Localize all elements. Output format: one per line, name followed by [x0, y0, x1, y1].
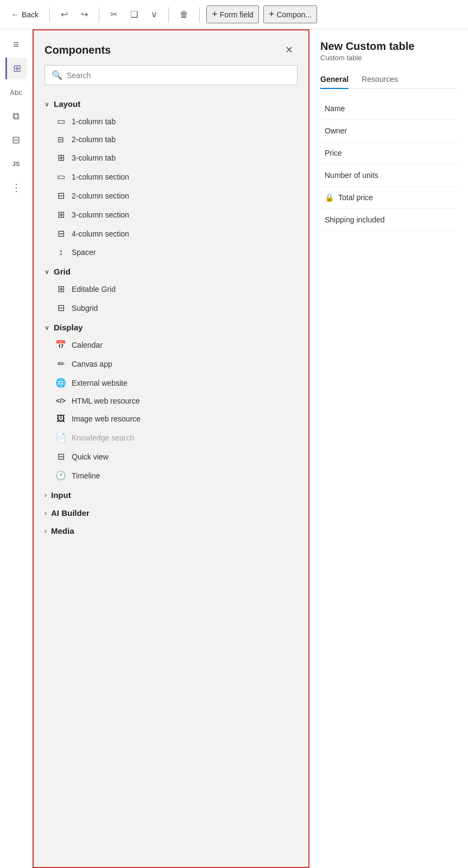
- dropdown-button[interactable]: ∨: [147, 7, 162, 22]
- two-column-section-label: 2-column section: [72, 192, 129, 200]
- undo-button[interactable]: ↩: [56, 7, 72, 22]
- quick-view-icon: ⊟: [55, 451, 66, 462]
- separator-3: [168, 7, 169, 22]
- dropdown-icon: ∨: [151, 9, 157, 20]
- search-input[interactable]: [67, 71, 290, 80]
- text-icon: Abc: [10, 88, 22, 97]
- panel-subtitle: Custom table: [320, 54, 457, 62]
- external-website-icon: 🌐: [55, 378, 66, 388]
- spacer-icon: ↕: [55, 247, 66, 257]
- list-item[interactable]: 🖼 Image web resource: [38, 410, 304, 428]
- list-item[interactable]: </> HTML web resource: [38, 392, 304, 410]
- list-item[interactable]: ▭ 1-column tab: [38, 112, 304, 131]
- sidebar-menu-button[interactable]: ≡: [5, 34, 27, 55]
- close-components-button[interactable]: ✕: [280, 41, 298, 59]
- sidebar-text-button[interactable]: Abc: [5, 81, 27, 103]
- grid-category-label: Grid: [54, 267, 71, 276]
- delete-icon: 🗑: [180, 10, 188, 20]
- calendar-label: Calendar: [72, 341, 103, 349]
- canvas-app-icon: ✏: [55, 359, 66, 369]
- components-list: ∨ Layout ▭ 1-column tab ⊟ 2-column tab ⊞…: [34, 94, 308, 867]
- add-form-field-button[interactable]: + Form field: [206, 5, 259, 23]
- external-website-label: External website: [72, 379, 128, 387]
- list-item[interactable]: 📅 Calendar: [38, 335, 304, 354]
- category-ai-builder-header[interactable]: › AI Builder: [38, 503, 304, 521]
- category-grid-header[interactable]: ∨ Grid: [38, 261, 304, 279]
- two-column-section-icon: ⊟: [55, 190, 66, 201]
- category-input-header[interactable]: › Input: [38, 485, 304, 503]
- tab-resources[interactable]: Resources: [362, 71, 398, 89]
- components-title: Components: [45, 44, 111, 56]
- components-panel-header: Components ✕: [34, 30, 308, 65]
- sidebar-table-button[interactable]: ⊟: [5, 129, 27, 151]
- display-items: 📅 Calendar ✏ Canvas app 🌐 External websi…: [38, 335, 304, 485]
- fields-list: Name Owner Price Number of units 🔒 Total…: [320, 98, 457, 231]
- subgrid-label: Subgrid: [72, 304, 98, 312]
- field-row-number-of-units: Number of units: [320, 164, 457, 187]
- layout-category-label: Layout: [54, 99, 80, 108]
- category-media-header[interactable]: › Media: [38, 521, 304, 539]
- knowledge-search-icon: 📄: [55, 432, 66, 443]
- list-item[interactable]: ⊞ 3-column section: [38, 205, 304, 224]
- one-column-section-icon: ▭: [55, 171, 66, 182]
- one-column-tab-label: 1-column tab: [72, 117, 116, 126]
- list-item[interactable]: ⊟ 4-column section: [38, 224, 304, 243]
- list-item[interactable]: ⊟ 2-column section: [38, 186, 304, 205]
- cut-button[interactable]: ✂: [106, 7, 122, 22]
- list-item[interactable]: ⊞ 3-column tab: [38, 148, 304, 167]
- category-display-header[interactable]: ∨ Display: [38, 317, 304, 335]
- add-component-button[interactable]: + Compon...: [263, 5, 317, 23]
- layout-chevron-icon: ∨: [45, 100, 49, 108]
- connector-icon: ⋮: [11, 182, 21, 194]
- right-panel: New Custom table Custom table General Re…: [309, 29, 468, 868]
- form-field-label: Form field: [220, 10, 254, 19]
- list-item[interactable]: 🕐 Timeline: [38, 466, 304, 485]
- field-name-label: Name: [325, 104, 345, 113]
- timeline-label: Timeline: [72, 471, 100, 480]
- list-item[interactable]: ⊟ Subgrid: [38, 298, 304, 317]
- search-box: 🔍: [45, 65, 298, 85]
- back-button[interactable]: ← Back: [7, 8, 43, 22]
- image-web-resource-label: Image web resource: [72, 414, 141, 423]
- sidebar-connector-button[interactable]: ⋮: [5, 177, 27, 199]
- sidebar-js-button[interactable]: JS: [5, 153, 27, 175]
- delete-button[interactable]: 🗑: [175, 8, 193, 22]
- list-item[interactable]: ✏ Canvas app: [38, 354, 304, 373]
- redo-icon: ↪: [81, 9, 88, 20]
- js-icon: JS: [12, 161, 20, 167]
- cut-icon: ✂: [110, 9, 117, 20]
- list-item[interactable]: 🌐 External website: [38, 373, 304, 392]
- html-web-resource-icon: </>: [55, 397, 66, 405]
- three-column-tab-icon: ⊞: [55, 152, 66, 163]
- copy-button[interactable]: ❑: [126, 7, 142, 22]
- sidebar-layers-button[interactable]: ⧉: [5, 105, 27, 127]
- plus-icon-2: +: [269, 9, 275, 20]
- two-column-tab-label: 2-column tab: [72, 135, 116, 144]
- category-layout-header[interactable]: ∨ Layout: [38, 94, 304, 112]
- sidebar-grid-button[interactable]: ⊞: [5, 58, 27, 79]
- field-row-total-price: 🔒 Total price: [320, 187, 457, 209]
- list-item[interactable]: ⊞ Editable Grid: [38, 279, 304, 298]
- main-layout: ≡ ⊞ Abc ⧉ ⊟ JS ⋮ Components ✕ 🔍: [0, 29, 468, 868]
- field-total-price-label: Total price: [338, 193, 373, 202]
- grid-items: ⊞ Editable Grid ⊟ Subgrid: [38, 279, 304, 317]
- separator-2: [99, 7, 99, 22]
- two-column-tab-icon: ⊟: [55, 135, 66, 144]
- display-chevron-icon: ∨: [45, 324, 49, 331]
- editable-grid-icon: ⊞: [55, 284, 66, 294]
- list-item[interactable]: ↕ Spacer: [38, 243, 304, 261]
- field-row-shipping: Shipping included: [320, 209, 457, 231]
- canvas-app-label: Canvas app: [72, 360, 112, 368]
- list-item[interactable]: ⊟ 2-column tab: [38, 131, 304, 148]
- list-item[interactable]: ⊟ Quick view: [38, 447, 304, 466]
- field-price-label: Price: [325, 149, 342, 157]
- grid-chevron-icon: ∨: [45, 268, 49, 276]
- tab-general[interactable]: General: [320, 71, 349, 89]
- list-item[interactable]: ▭ 1-column section: [38, 167, 304, 186]
- media-chevron-icon: ›: [45, 527, 47, 535]
- field-row-owner: Owner: [320, 120, 457, 142]
- timeline-icon: 🕐: [55, 470, 66, 481]
- table-icon: ⊟: [12, 134, 20, 146]
- ai-builder-chevron-icon: ›: [45, 509, 47, 517]
- redo-button[interactable]: ↪: [77, 7, 92, 22]
